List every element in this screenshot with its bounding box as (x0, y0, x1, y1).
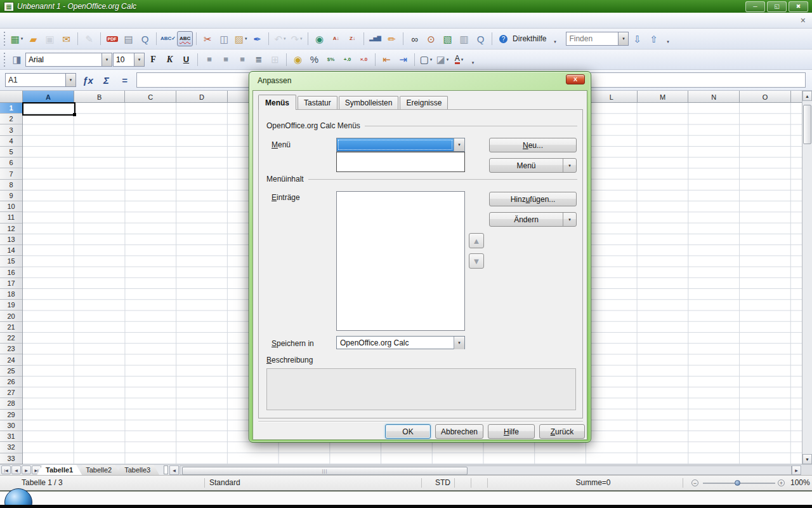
row-header-1[interactable]: 1 (0, 103, 22, 114)
row-header-8[interactable]: 8 (0, 180, 22, 190)
sheet-tab-tabelle3[interactable]: Tabelle3 (115, 465, 159, 475)
row-header-21[interactable]: 21 (0, 322, 22, 333)
export-pdf-button[interactable]: PDF (104, 31, 120, 46)
direkthilfe-label[interactable]: Direkthilfe (513, 34, 546, 43)
open-button[interactable]: ▰ (25, 31, 41, 46)
find-toolbar-combobox[interactable]: ▾ (566, 32, 629, 46)
row-header-17[interactable]: 17 (0, 278, 22, 289)
row-header-16[interactable]: 16 (0, 267, 22, 278)
row-header-20[interactable]: 20 (0, 311, 22, 321)
tab-ereignisse[interactable]: Ereignisse (400, 96, 448, 109)
new-document-button[interactable]: ▦▾ (9, 31, 25, 46)
standard-toolbar-overflow-button[interactable]: ▾ (551, 31, 559, 46)
row-header-23[interactable]: 23 (0, 344, 22, 354)
dropdown-arrow-icon[interactable]: ▾ (447, 57, 449, 62)
first-sheet-icon[interactable]: |◀ (1, 465, 11, 474)
dropdown-arrow-icon[interactable]: ▾ (461, 57, 464, 62)
column-header-partial[interactable] (791, 91, 802, 103)
modify-button-dropdown-icon[interactable]: ▾ (563, 213, 576, 226)
selection-mode[interactable]: STD (435, 478, 450, 487)
row-header-24[interactable]: 24 (0, 354, 22, 365)
restore-button[interactable]: ◱ (767, 1, 787, 12)
dropdown-arrow-icon[interactable]: ▾ (245, 36, 247, 41)
page-preview-button[interactable]: Q (137, 31, 153, 46)
font-size-input[interactable] (113, 53, 134, 67)
row-header-15[interactable]: 15 (0, 256, 22, 267)
modify-button[interactable]: Ändern ▾ (489, 212, 577, 227)
zoom-in-icon[interactable]: + (778, 479, 785, 486)
next-sheet-icon[interactable]: ▶ (22, 465, 31, 474)
column-header-b[interactable]: B (74, 91, 126, 103)
row-header-33[interactable]: 33 (0, 453, 22, 464)
name-box[interactable]: ▾ (5, 73, 76, 87)
horizontal-scrollbar[interactable]: ||| (180, 465, 792, 475)
menu-button[interactable]: Menü ▾ (489, 158, 577, 173)
ok-button[interactable]: OK (385, 424, 431, 439)
spellcheck-button[interactable]: ABC✓ (160, 31, 176, 46)
add-button[interactable]: Hinzufügen... (489, 192, 577, 206)
scroll-up-icon[interactable]: ▲ (802, 91, 812, 101)
row-header-3[interactable]: 3 (0, 124, 22, 135)
find-next-button[interactable]: ⇩ (629, 31, 645, 46)
sort-ascending-button[interactable]: A↓ (328, 31, 344, 46)
find-input[interactable] (566, 32, 618, 46)
row-header-7[interactable]: 7 (0, 168, 22, 179)
find-replace-button[interactable]: ∞ (407, 31, 422, 46)
insert-chart-button[interactable]: ▂▅▇ (367, 31, 383, 46)
format-paintbrush-button[interactable]: ✒ (249, 31, 265, 46)
row-header-5[interactable]: 5 (0, 147, 22, 157)
row-header-6[interactable]: 6 (0, 157, 22, 168)
menu-button-dropdown-icon[interactable]: ▾ (563, 159, 576, 172)
tab-tastatur[interactable]: Tastatur (298, 96, 337, 109)
copy-button[interactable]: ◫ (216, 31, 232, 46)
cancel-button[interactable]: Abbrechen (435, 424, 483, 439)
column-header-d[interactable]: D (176, 91, 228, 103)
sum-display[interactable]: Summe=0 (542, 478, 644, 487)
row-header-28[interactable]: 28 (0, 398, 22, 409)
previous-sheet-icon[interactable]: ◀ (11, 465, 21, 474)
column-header-l[interactable]: L (586, 91, 638, 103)
menu-dropdown-list[interactable] (336, 152, 465, 172)
column-header-o[interactable]: O (740, 91, 791, 103)
standard-format-button[interactable]: $% (323, 52, 339, 67)
find-toolbar-overflow-button[interactable]: ▾ (664, 31, 672, 46)
dropdown-arrow-icon[interactable]: ▾ (430, 57, 433, 62)
row-header-4[interactable]: 4 (0, 136, 22, 147)
close-button[interactable]: ✖ (789, 1, 808, 12)
cut-button[interactable]: ✂ (200, 31, 216, 46)
find-dropdown-icon[interactable]: ▾ (618, 32, 629, 46)
delete-decimal-button[interactable]: ×.0 (356, 52, 372, 67)
column-header-n[interactable]: N (688, 91, 740, 103)
font-size-dropdown-icon[interactable]: ▾ (134, 53, 145, 67)
row-header-31[interactable]: 31 (0, 431, 22, 442)
sheet-tab-tabelle2[interactable]: Tabelle2 (77, 465, 121, 475)
tab-mens[interactable]: Menüs (258, 95, 296, 110)
menu-combobox-dropdown-icon[interactable]: ▾ (454, 138, 464, 151)
new-button[interactable]: Neu... (489, 138, 577, 152)
row-header-2[interactable]: 2 (0, 114, 22, 124)
draw-functions-button[interactable]: ✏ (384, 31, 400, 46)
vertical-scrollbar[interactable]: ▲ ▼ (802, 91, 812, 464)
menu-combobox[interactable]: ▾ (336, 138, 465, 152)
column-header-a[interactable]: A (23, 91, 74, 103)
sheet-tab-tabelle1[interactable]: Tabelle1 (37, 465, 82, 475)
minimize-button[interactable]: ─ (745, 1, 765, 12)
decrease-indent-button[interactable]: ⇤ (379, 52, 395, 67)
scroll-right-icon[interactable]: ▶ (792, 465, 801, 475)
name-box-dropdown-icon[interactable]: ▾ (65, 73, 76, 87)
row-header-30[interactable]: 30 (0, 420, 22, 431)
paste-button[interactable]: ▨▾ (233, 31, 249, 46)
zoom-slider[interactable] (703, 483, 775, 484)
help-button[interactable]: Hilfe (488, 424, 535, 439)
align-center-button[interactable]: ≡ (218, 52, 233, 67)
dialog-titlebar[interactable]: Anpassen (249, 72, 591, 89)
row-header-27[interactable]: 27 (0, 387, 22, 398)
help-button[interactable]: ? (495, 31, 511, 46)
zoom-level[interactable]: 100% (790, 478, 810, 487)
back-button[interactable]: Zurück (539, 424, 585, 439)
currency-format-button[interactable]: ◉ (290, 52, 306, 67)
horizontal-scroll-thumb[interactable]: ||| (182, 467, 468, 475)
dropdown-arrow-icon[interactable]: ▾ (300, 36, 303, 41)
zoom-button[interactable]: Q (473, 31, 488, 46)
save-in-combobox[interactable]: OpenOffice.org Calc ▾ (336, 336, 465, 349)
